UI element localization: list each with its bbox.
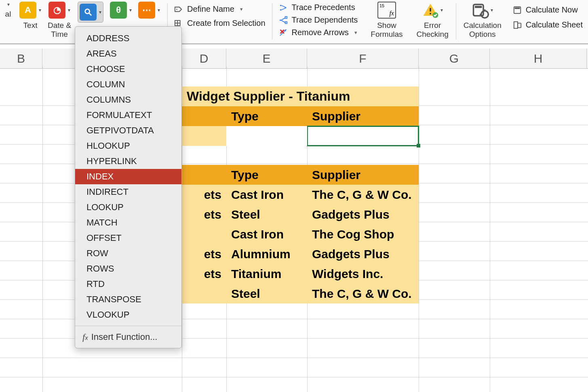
remove-arrows-label: Remove Arrows [292, 28, 349, 37]
calc-options-icon [472, 2, 489, 19]
svg-point-16 [481, 11, 488, 18]
insert-function-label: Insert Function... [91, 332, 158, 342]
menu-item-column[interactable]: COLUMN [75, 77, 181, 92]
show-formulas-button[interactable]: 15 fx Show Formulas [367, 2, 406, 42]
col-B[interactable]: B [0, 48, 42, 68]
calculation-options-button[interactable]: ▾ Calculation Options [460, 2, 505, 42]
menu-item-indirect[interactable]: INDIRECT [75, 184, 181, 200]
menu-item-formulatext[interactable]: FORMULATEXT [75, 107, 181, 123]
cell-type[interactable]: Cast Iron [226, 224, 307, 244]
insert-function-button[interactable]: fx Insert Function... [75, 326, 181, 348]
menu-item-address[interactable]: ADDRESS [75, 31, 181, 46]
calc-sheet-icon [513, 21, 522, 30]
menu-item-index[interactable]: INDEX [75, 169, 181, 184]
hdr2-supplier[interactable]: Supplier [307, 165, 419, 185]
create-from-selection-button[interactable]: Create from Selection [172, 17, 268, 29]
selected-cell[interactable] [307, 126, 419, 146]
hdr-type[interactable]: Type [226, 106, 307, 126]
cell-supplier[interactable]: The Cog Shop [307, 224, 419, 244]
cell-frag[interactable] [182, 224, 226, 244]
calculate-sheet-button[interactable]: Calculate Sheet [510, 19, 585, 31]
selection-handle[interactable] [417, 144, 420, 148]
menu-item-areas[interactable]: AREAS [75, 46, 181, 61]
menu-item-offset[interactable]: OFFSET [75, 230, 181, 246]
col-E[interactable]: E [226, 48, 307, 68]
lookup-functions-button[interactable]: ▾ [78, 2, 103, 23]
menu-item-rtd[interactable]: RTD [75, 276, 181, 292]
cell-type[interactable]: Steel [226, 204, 307, 224]
more-functions-button[interactable]: ⋯ ▾ [138, 2, 160, 19]
menu-item-vlookup[interactable]: VLOOKUP [75, 307, 181, 322]
menu-item-rows[interactable]: ROWS [75, 261, 181, 276]
datetime-label: Date & Time [48, 21, 71, 39]
menu-item-columns[interactable]: COLUMNS [75, 92, 181, 107]
svg-point-8 [279, 19, 281, 21]
partial-label: al [5, 10, 11, 19]
svg-point-6 [280, 4, 281, 6]
menu-item-lookup[interactable]: LOOKUP [75, 200, 181, 215]
calc-now-label: Calculate Now [526, 5, 578, 15]
menu-item-transpose[interactable]: TRANSPOSE [75, 292, 181, 307]
cell-supplier[interactable]: The C, G & W Co. [307, 284, 419, 303]
menu-item-hlookup[interactable]: HLOOKUP [75, 138, 181, 154]
ellipsis-icon: ⋯ [138, 2, 155, 19]
hdr2-blank[interactable] [182, 165, 226, 185]
svg-rect-18 [514, 7, 520, 9]
calculate-now-button[interactable]: Calculate Now [510, 4, 585, 16]
hdr-blank[interactable] [182, 106, 226, 126]
cell-frag[interactable]: ets [182, 204, 226, 224]
remove-arrows-icon [279, 28, 288, 37]
title-cell[interactable]: Widget Supplier - Titanium [182, 86, 419, 106]
cell-type[interactable]: Titanium [226, 264, 307, 284]
error-checking-button[interactable]: ▾ Error Checking [413, 2, 452, 42]
menu-item-choose[interactable]: CHOOSE [75, 61, 181, 77]
cell-frag[interactable]: ets [182, 244, 226, 264]
error-checking-label: Error Checking [417, 21, 449, 39]
remove-arrows-button[interactable]: Remove Arrows ▾ [276, 27, 360, 38]
text-functions-button[interactable]: A ▾ [19, 2, 41, 19]
svg-rect-10 [285, 21, 287, 23]
separator [272, 3, 272, 40]
datetime-functions-button[interactable]: ◔ ▾ [48, 2, 70, 19]
svg-rect-20 [518, 23, 521, 27]
partial-button[interactable]: ▾ [6, 2, 10, 7]
cell[interactable] [226, 126, 307, 146]
calc-options-label: Calculation Options [464, 21, 502, 39]
cell-type[interactable]: Alumnium [226, 244, 307, 264]
menu-item-match[interactable]: MATCH [75, 215, 181, 230]
precedents-icon [279, 3, 288, 12]
calc-now-icon [513, 6, 522, 15]
cell-supplier[interactable]: Widgets Inc. [307, 264, 419, 284]
menu-item-hyperlink[interactable]: HYPERLINK [75, 154, 181, 169]
warning-icon [422, 2, 439, 19]
math-functions-button[interactable]: θ ▾ [110, 2, 132, 19]
trace-dependents-label: Trace Dependents [292, 15, 358, 25]
hdr2-type[interactable]: Type [226, 165, 307, 185]
cell-supplier[interactable]: Gadgets Plus [307, 244, 419, 264]
cell-supplier[interactable]: Gadgets Plus [307, 204, 419, 224]
calc-sheet-label: Calculate Sheet [526, 20, 583, 30]
menu-item-getpivotdata[interactable]: GETPIVOTDATA [75, 123, 181, 138]
theta-icon: θ [110, 2, 127, 19]
col-D[interactable]: D [182, 48, 226, 68]
cell[interactable] [182, 126, 226, 146]
cell-frag[interactable]: ets [182, 185, 226, 204]
cell-type[interactable]: Steel [226, 284, 307, 303]
svg-rect-19 [514, 21, 517, 28]
trace-precedents-button[interactable]: Trace Precedents [276, 2, 360, 13]
svg-point-7 [280, 9, 281, 11]
cell-type[interactable]: Cast Iron [226, 185, 307, 204]
show-formulas-icon: 15 fx [377, 2, 396, 19]
trace-dependents-button[interactable]: Trace Dependents [276, 14, 360, 26]
col-G[interactable]: G [419, 48, 490, 68]
col-H[interactable]: H [490, 48, 587, 68]
define-name-label: Define Name [187, 4, 234, 14]
col-F[interactable]: F [307, 48, 419, 68]
menu-item-row[interactable]: ROW [75, 246, 181, 261]
hdr-supplier[interactable]: Supplier [307, 106, 419, 126]
cell-frag[interactable] [182, 284, 226, 303]
cell-frag[interactable]: ets [182, 264, 226, 284]
cell-supplier[interactable]: The C, G & W Co. [307, 185, 419, 204]
define-name-button[interactable]: Define Name ▾ [172, 3, 268, 15]
svg-rect-11 [430, 8, 431, 12]
